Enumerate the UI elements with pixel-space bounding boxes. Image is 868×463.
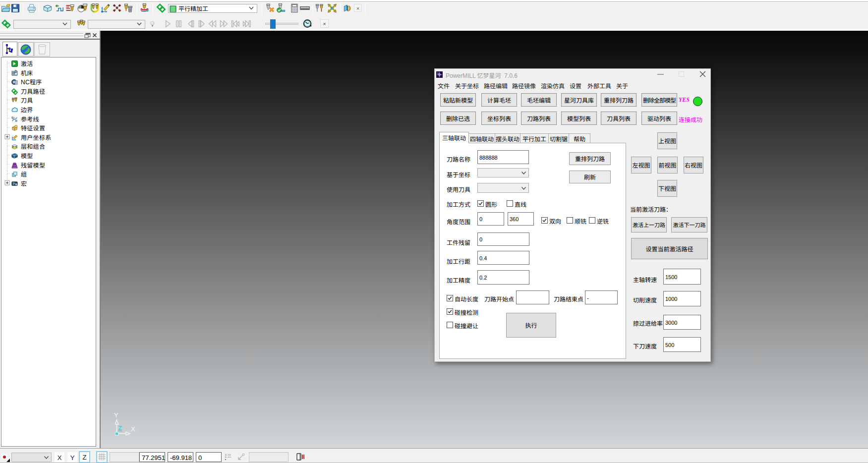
svg-text:Z: Z xyxy=(118,424,122,432)
svg-text:Y: Y xyxy=(114,411,118,419)
svg-text:X: X xyxy=(131,425,135,433)
